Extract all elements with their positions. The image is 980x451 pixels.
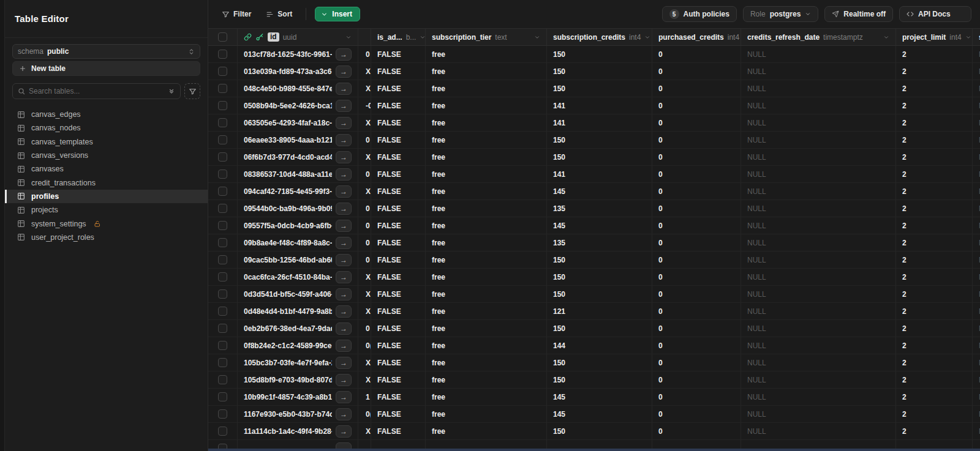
cell-id[interactable]: 06eaee33-8905-4aaa-b121-ab552...→ xyxy=(238,132,358,148)
chevron-down-icon[interactable] xyxy=(883,34,889,40)
cell-is-admin[interactable]: FALSE xyxy=(371,252,426,268)
expand-row-button[interactable]: → xyxy=(336,340,352,352)
cell-clipped[interactable]: 1 xyxy=(358,389,371,405)
sidebar-item-canvases[interactable]: canvases xyxy=(5,162,208,176)
cell-id[interactable]: 0d48e4d4-b1bf-4479-9a8b-4a4b...→ xyxy=(238,303,358,319)
cell-project-limit[interactable]: 2 xyxy=(896,114,973,131)
column-header-su[interactable]: su xyxy=(973,29,980,45)
chevron-down-icon[interactable] xyxy=(644,34,650,40)
cell-purchased-credits[interactable]: 0 xyxy=(652,234,741,251)
cell-id[interactable]: 09b8ae4e-f48c-4f89-8a8c-1629b...→ xyxy=(238,234,358,251)
cell-project-limit[interactable]: 2 xyxy=(896,234,973,251)
cell-clipped[interactable]: X xyxy=(358,149,371,165)
cell-purchased-credits[interactable]: 0 xyxy=(652,149,741,165)
filter-button[interactable]: Filter xyxy=(217,7,256,21)
row-checkbox[interactable] xyxy=(218,324,227,333)
row-checkbox[interactable] xyxy=(218,409,227,419)
row-checkbox[interactable] xyxy=(218,375,227,384)
cell-credits-refresh-date[interactable]: NULL xyxy=(741,217,896,234)
cell-id[interactable]: 0d3d541d-bf5c-459f-a406-16b93...→ xyxy=(238,286,358,302)
cell-su-clipped[interactable]: NULL xyxy=(973,423,980,439)
cell-purchased-credits[interactable]: 0 xyxy=(652,46,741,62)
row-checkbox[interactable] xyxy=(218,358,227,367)
chevron-down-icon[interactable] xyxy=(534,34,540,40)
cell-credits-refresh-date[interactable]: NULL xyxy=(741,97,896,114)
schema-select[interactable]: schema public xyxy=(12,44,200,59)
sidebar-item-canvas_nodes[interactable]: canvas_nodes xyxy=(5,121,208,135)
cell-su-clipped[interactable]: NULL xyxy=(973,149,980,165)
cell-subscription-credits[interactable]: 144 xyxy=(547,337,652,354)
cell-clipped[interactable]: 0 xyxy=(358,217,371,234)
cell-clipped[interactable]: 0 xyxy=(358,46,371,62)
row-checkbox[interactable] xyxy=(218,101,227,110)
cell-purchased-credits[interactable]: 0 xyxy=(652,252,741,268)
cell-clipped[interactable]: X xyxy=(358,286,371,302)
expand-row-button[interactable]: → xyxy=(336,134,352,146)
cell-is-admin[interactable]: FALSE xyxy=(371,149,426,165)
cell-project-limit[interactable]: 2 xyxy=(896,132,973,148)
select-all-checkbox[interactable] xyxy=(218,32,227,42)
cell-project-limit[interactable]: 2 xyxy=(896,303,973,319)
cell-purchased-credits[interactable]: 0 xyxy=(652,423,741,439)
cell-su-clipped[interactable]: NULL xyxy=(973,234,980,251)
cell-is-admin[interactable]: FALSE xyxy=(371,114,426,131)
cell-subscription-credits[interactable]: 150 xyxy=(547,63,652,80)
cell-is-admin[interactable]: FALSE xyxy=(371,183,426,199)
cell-subscription-tier[interactable]: free xyxy=(426,406,547,422)
row-checkbox[interactable] xyxy=(218,341,227,350)
cell-subscription-tier[interactable]: free xyxy=(426,371,547,388)
row-checkbox[interactable] xyxy=(218,255,227,264)
expand-row-button[interactable]: → xyxy=(336,100,352,112)
cell-subscription-credits[interactable]: 141 xyxy=(547,114,652,131)
cell-project-limit[interactable]: 2 xyxy=(896,389,973,405)
cell-id[interactable]: 0f8b24e2-c1c2-4589-99ce-2c52d...→ xyxy=(238,337,358,354)
expand-row-button[interactable]: → xyxy=(336,237,352,249)
cell-id[interactable]: 048c4e50-b989-455e-847e-fb2f...→ xyxy=(238,80,358,97)
search-tables-input[interactable] xyxy=(29,87,164,95)
cell-project-limit[interactable]: 2 xyxy=(896,46,973,62)
cell-credits-refresh-date[interactable]: NULL xyxy=(741,286,896,302)
cell-subscription-credits[interactable]: 145 xyxy=(547,389,652,405)
cell-subscription-credits[interactable]: 141 xyxy=(547,97,652,114)
cell-purchased-credits[interactable]: 0 xyxy=(652,286,741,302)
cell-id[interactable]: 105d8bf9-e703-49bd-807d-645e...→ xyxy=(238,371,358,388)
cell-subscription-credits[interactable]: 121 xyxy=(547,303,652,319)
cell-credits-refresh-date[interactable]: NULL xyxy=(741,166,896,182)
row-checkbox[interactable] xyxy=(218,187,227,196)
cell-is-admin[interactable]: FALSE xyxy=(371,132,426,148)
cell-su-clipped[interactable]: NULL xyxy=(973,114,980,131)
cell-project-limit[interactable]: 2 xyxy=(896,337,973,354)
cell-id[interactable]: 0eb2b676-38ed-4ea7-9dad-38e6...→ xyxy=(238,320,358,337)
chevron-down-icon[interactable] xyxy=(965,34,971,40)
cell-purchased-credits[interactable]: 0 xyxy=(652,80,741,97)
cell-credits-refresh-date[interactable]: NULL xyxy=(741,303,896,319)
horizontal-scrollbar[interactable] xyxy=(208,449,980,451)
row-checkbox[interactable] xyxy=(218,118,227,127)
expand-row-button[interactable]: → xyxy=(336,65,352,78)
cell-subscription-credits[interactable]: 150 xyxy=(547,252,652,268)
sidebar-item-projects[interactable]: projects xyxy=(5,203,208,217)
cell-subscription-tier[interactable]: free xyxy=(426,320,547,337)
expand-row-button[interactable]: → xyxy=(336,83,352,95)
sidebar-item-credit_transactions[interactable]: credit_transactions xyxy=(5,176,208,189)
cell-project-limit[interactable]: 2 xyxy=(896,406,973,422)
cell-clipped[interactable]: X xyxy=(358,80,371,97)
cell-credits-refresh-date[interactable]: NULL xyxy=(741,320,896,337)
expand-row-button[interactable]: → xyxy=(336,271,352,283)
column-header-purchased_credits[interactable]: purchased_creditsint4 xyxy=(652,29,741,45)
cell-clipped[interactable]: X xyxy=(358,354,371,371)
api-docs-button[interactable]: API Docs xyxy=(899,6,971,22)
cell-purchased-credits[interactable]: 0 xyxy=(652,389,741,405)
cell-purchased-credits[interactable]: 0 xyxy=(652,354,741,371)
sort-button[interactable]: Sort xyxy=(261,7,297,21)
cell-id[interactable]: 10b99c1f-4857-4c39-a8b1-263b8...→ xyxy=(238,389,358,405)
cell-subscription-tier[interactable]: free xyxy=(426,80,547,97)
cell-is-admin[interactable]: FALSE xyxy=(371,166,426,182)
cell-su-clipped[interactable]: NULL xyxy=(973,371,980,388)
cell-su-clipped[interactable]: NULL xyxy=(973,354,980,371)
cell-credits-refresh-date[interactable]: NULL xyxy=(741,406,896,422)
cell-clipped[interactable]: X xyxy=(358,183,371,199)
expand-row-button[interactable]: → xyxy=(336,151,352,163)
cell-purchased-credits[interactable]: 0 xyxy=(652,132,741,148)
cell-clipped[interactable]: X xyxy=(358,371,371,388)
